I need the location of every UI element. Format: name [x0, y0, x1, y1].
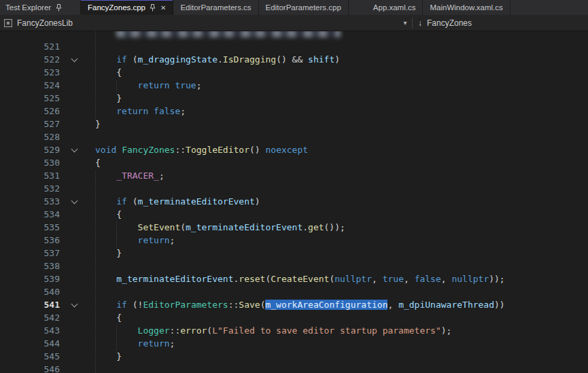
- pin-icon[interactable]: [56, 4, 62, 12]
- indent-guide: [95, 182, 116, 195]
- line-number: 535: [0, 221, 63, 234]
- project-name: FancyZonesLib: [17, 18, 73, 28]
- code-line-545[interactable]: 545 }: [0, 350, 588, 363]
- code-text: return;: [86, 234, 588, 247]
- tab-editorparameters-cs[interactable]: EditorParameters.cs: [173, 0, 258, 15]
- code-token: return: [138, 338, 170, 349]
- down-arrow-icon: ↓: [418, 18, 422, 28]
- line-number: 527: [0, 118, 63, 130]
- code-line-522[interactable]: 522 if (m_draggingState.IsDragging() && …: [0, 53, 588, 66]
- code-line-521[interactable]: 521: [0, 40, 588, 53]
- fold-gutter: [63, 350, 86, 363]
- code-token: }: [116, 351, 122, 361]
- project-dropdown[interactable]: FancyZonesLib: [0, 18, 398, 28]
- code-text: m_terminateEditorEvent.reset(CreateEvent…: [86, 272, 588, 285]
- code-token: true: [383, 274, 404, 284]
- code-line-527[interactable]: 527}: [0, 118, 588, 130]
- code-token: ;: [170, 338, 175, 349]
- code-token: (!: [127, 300, 143, 310]
- code-text: [86, 285, 588, 298]
- close-icon[interactable]: ✕: [160, 4, 166, 12]
- code-line-541[interactable]: 541 if (!EditorParameters::Save(m_workAr…: [0, 298, 588, 311]
- code-line-535[interactable]: 535 SetEvent(m_terminateEditorEvent.get(…: [0, 221, 588, 234]
- code-line-534[interactable]: 534 {: [0, 208, 588, 221]
- code-line-539[interactable]: 539 m_terminateEditorEvent.reset(CreateE…: [0, 272, 588, 285]
- code-text: [86, 40, 588, 53]
- code-token: ::: [175, 145, 186, 155]
- tab-test-explorer[interactable]: Test Explorer: [0, 0, 81, 15]
- fold-gutter[interactable]: [63, 298, 86, 311]
- blurred-code: [116, 31, 341, 37]
- code-line-525[interactable]: 525 }: [0, 92, 588, 105]
- code-token: void: [95, 145, 122, 155]
- code-line-524[interactable]: 524 return true;: [0, 79, 588, 92]
- code-text: }: [86, 118, 588, 130]
- code-token: nullptr: [451, 274, 489, 284]
- chevron-down-icon[interactable]: ▾: [398, 19, 412, 26]
- fold-gutter[interactable]: [63, 53, 86, 66]
- code-line-530[interactable]: 530{: [0, 156, 588, 169]
- pin-icon[interactable]: [150, 4, 156, 12]
- line-number: 529: [0, 143, 63, 156]
- indent-guide: [95, 298, 116, 311]
- code-line-523[interactable]: 523 {: [0, 66, 588, 79]
- indent-guide: [95, 324, 116, 337]
- code-line-536[interactable]: 536 return;: [0, 234, 588, 247]
- code-token: ): [334, 54, 340, 65]
- code-line-532[interactable]: 532: [0, 182, 588, 195]
- fold-gutter: [63, 234, 86, 247]
- code-line-544[interactable]: 544 return;: [0, 337, 588, 350]
- code-line-531[interactable]: 531 _TRACER_;: [0, 169, 588, 182]
- code-line-526[interactable]: 526 return false;: [0, 105, 588, 118]
- code-token: ));: [489, 274, 504, 284]
- code-token: false: [154, 106, 180, 116]
- code-line-543[interactable]: 543 Logger::error(L"Failed to save edito…: [0, 324, 588, 337]
- code-line-520[interactable]: [0, 31, 588, 40]
- code-editor[interactable]: 521 522 if (m_draggingState.IsDragging()…: [0, 31, 588, 373]
- code-line-537[interactable]: 537 }: [0, 247, 588, 260]
- fold-gutter: [63, 105, 86, 118]
- fold-gutter[interactable]: [63, 143, 86, 156]
- tab-mainwindow-xaml-cs[interactable]: MainWindow.xaml.cs: [423, 0, 510, 15]
- code-token: (): [249, 145, 265, 155]
- indent-guide: [95, 208, 116, 221]
- code-token: ,: [372, 274, 383, 284]
- fold-gutter[interactable]: [63, 195, 86, 208]
- line-number: 543: [0, 324, 63, 337]
- code-text: {: [86, 311, 588, 324]
- fold-chevron-icon[interactable]: [71, 55, 77, 62]
- code-text: void FancyZones::ToggleEditor() noexcept: [86, 143, 588, 156]
- code-token: }: [95, 119, 101, 129]
- code-line-538[interactable]: 538: [0, 260, 588, 272]
- indent-guide: [95, 195, 116, 208]
- line-number: 528: [0, 130, 63, 143]
- code-line-542[interactable]: 542 {: [0, 311, 588, 324]
- line-number: 534: [0, 208, 63, 221]
- indent-guide: [95, 105, 116, 118]
- code-line-529[interactable]: 529void FancyZones::ToggleEditor() noexc…: [0, 143, 588, 156]
- scope-dropdown[interactable]: ↓ FancyZones: [413, 18, 588, 28]
- library-icon: [4, 19, 12, 27]
- scope-name: FancyZones: [427, 18, 472, 28]
- line-number: 523: [0, 66, 63, 79]
- indent-guide: [95, 79, 116, 92]
- code-text: [86, 130, 588, 143]
- code-line-540[interactable]: 540: [0, 285, 588, 298]
- code-token: if: [116, 196, 127, 207]
- code-line-546[interactable]: 546: [0, 363, 588, 373]
- tab-editorparameters-cpp[interactable]: EditorParameters.cpp: [259, 0, 349, 15]
- fold-chevron-icon[interactable]: [71, 197, 77, 204]
- code-token: reset: [239, 274, 265, 284]
- code-token: return: [116, 106, 154, 116]
- indent-guide: [116, 337, 137, 350]
- fold-chevron-icon[interactable]: [71, 300, 77, 307]
- code-token: EditorParameters: [143, 300, 228, 310]
- fold-gutter: [63, 272, 86, 285]
- fold-gutter: [63, 247, 86, 260]
- tab-fancyzones-cpp[interactable]: FancyZones.cpp✕: [81, 0, 173, 15]
- fold-chevron-icon[interactable]: [71, 145, 77, 152]
- code-line-533[interactable]: 533 if (m_terminateEditorEvent): [0, 195, 588, 208]
- tab-app-xaml-cs[interactable]: App.xaml.cs: [366, 0, 423, 15]
- code-line-528[interactable]: 528: [0, 130, 588, 143]
- code-text: return false;: [86, 105, 588, 118]
